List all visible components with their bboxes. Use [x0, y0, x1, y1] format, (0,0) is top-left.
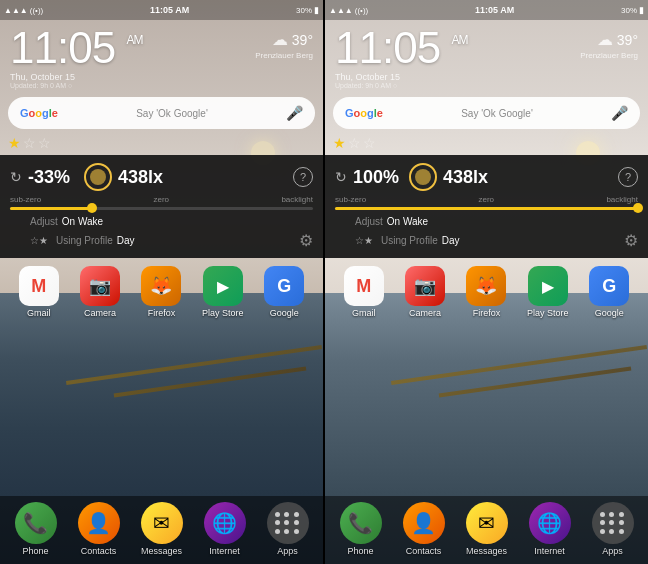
right-help-button[interactable]: ? [618, 167, 638, 187]
right-slider-labels: sub-zero zero backlight [335, 195, 638, 204]
right-widget-stars: ☆ ★ [355, 235, 373, 246]
left-contacts-label: Contacts [81, 546, 117, 556]
left-play-label: Play Store [202, 308, 244, 318]
right-messages-label: Messages [466, 546, 507, 556]
left-phone-icon: 📞 [15, 502, 57, 544]
left-brightness-widget: ↻ -33% 438lx ? sub-zero zero backlight A… [0, 155, 323, 258]
left-mic-icon[interactable]: 🎤 [286, 105, 303, 121]
right-app-play[interactable]: ▶ Play Store [522, 266, 574, 318]
signal-icon: ▲▲▲ [4, 6, 28, 15]
left-slider-thumb[interactable] [87, 203, 97, 213]
left-dock-apps[interactable]: Apps [262, 502, 314, 556]
right-mic-icon[interactable]: 🎤 [611, 105, 628, 121]
left-camera-icon: 📷 [80, 266, 120, 306]
wifi-icon: ((•)) [30, 6, 43, 15]
right-firefox-icon: 🦊 [466, 266, 506, 306]
right-camera-icon: 📷 [405, 266, 445, 306]
right-star-3: ☆ [363, 135, 376, 151]
left-phone-panel: ▲▲▲ ((•)) 11:05 AM 30% ▮ 11:05 AM ☁ 39° … [0, 0, 323, 564]
right-status-bar: ▲▲▲ ((•)) 11:05 AM 30% ▮ [325, 0, 648, 20]
right-google-label: Google [595, 308, 624, 318]
left-app-camera[interactable]: 📷 Camera [74, 266, 126, 318]
right-location: Prenzlauer Berg [580, 51, 638, 60]
left-widget-stars: ☆ ★ [30, 235, 48, 246]
right-update: Updated: 9h 0 AM ○ [335, 82, 638, 89]
right-search-bar[interactable]: Google Say 'Ok Google' 🎤 [333, 97, 640, 129]
right-slider-fill [335, 207, 638, 210]
right-apps-icon [592, 502, 634, 544]
left-apps-grid: M Gmail 📷 Camera 🦊 Firefox ▶ Play Store … [0, 260, 323, 324]
right-status-time: 11:05 AM [475, 5, 514, 15]
left-gear-icon[interactable]: ⚙ [299, 231, 313, 250]
right-brightness-widget: ↻ 100% 438lx ? sub-zero zero backlight A… [325, 155, 648, 258]
right-apps-grid: M Gmail 📷 Camera 🦊 Firefox ▶ Play Store … [325, 260, 648, 324]
right-gear-icon[interactable]: ⚙ [624, 231, 638, 250]
left-messages-icon: ✉ [141, 502, 183, 544]
right-camera-label: Camera [409, 308, 441, 318]
status-right-icons: 30% ▮ [296, 5, 319, 15]
left-lux-value: 438lx [118, 167, 287, 188]
right-firefox-label: Firefox [473, 308, 501, 318]
right-dock-phone[interactable]: 📞 Phone [335, 502, 387, 556]
right-dock-contacts[interactable]: 👤 Contacts [398, 502, 450, 556]
right-google-logo: Google [345, 107, 383, 119]
left-apps-label: Apps [277, 546, 298, 556]
right-battery-icon: ▮ [639, 5, 644, 15]
right-phone-panel: ▲▲▲ ((•)) 11:05 AM 30% ▮ 11:05 AM ☁ 39° … [325, 0, 648, 564]
right-app-camera[interactable]: 📷 Camera [399, 266, 451, 318]
right-dock-messages[interactable]: ✉ Messages [461, 502, 513, 556]
right-search-hint: Say 'Ok Google' [461, 108, 533, 119]
left-google-logo: Google [20, 107, 58, 119]
right-gmail-icon: M [344, 266, 384, 306]
right-app-gmail[interactable]: M Gmail [338, 266, 390, 318]
left-dock-messages[interactable]: ✉ Messages [136, 502, 188, 556]
left-messages-label: Messages [141, 546, 182, 556]
right-play-icon: ▶ [528, 266, 568, 306]
right-brightness-slider[interactable]: sub-zero zero backlight [335, 195, 638, 210]
left-app-gmail[interactable]: M Gmail [13, 266, 65, 318]
left-star-2: ☆ [23, 135, 36, 151]
left-star-3: ☆ [38, 135, 51, 151]
status-time: 11:05 AM [150, 5, 189, 15]
left-profile-row: ☆ ★ Using Profile Day ⚙ [10, 231, 313, 250]
right-gmail-label: Gmail [352, 308, 376, 318]
left-clock-widget: 11:05 AM ☁ 39° Prenzlauer Berg Thu, Octo… [0, 20, 323, 93]
right-slider-thumb[interactable] [633, 203, 643, 213]
right-lux-value: 438lx [443, 167, 612, 188]
right-status-left-icons: ▲▲▲ ((•)) [329, 6, 368, 15]
left-slider-fill [10, 207, 92, 210]
left-help-button[interactable]: ? [293, 167, 313, 187]
battery-icon: ▮ [314, 5, 319, 15]
right-app-firefox[interactable]: 🦊 Firefox [460, 266, 512, 318]
left-slider-track[interactable] [10, 207, 313, 210]
right-dock-internet[interactable]: 🌐 Internet [524, 502, 576, 556]
left-search-bar[interactable]: Google Say 'Ok Google' 🎤 [8, 97, 315, 129]
left-status-bar: ▲▲▲ ((•)) 11:05 AM 30% ▮ [0, 0, 323, 20]
left-firefox-label: Firefox [148, 308, 176, 318]
right-app-google[interactable]: G Google [583, 266, 635, 318]
battery-text: 30% [296, 6, 312, 15]
left-app-google[interactable]: G Google [258, 266, 310, 318]
left-dock-internet[interactable]: 🌐 Internet [199, 502, 251, 556]
left-update: Updated: 9h 0 AM ○ [10, 82, 313, 89]
left-refresh-icon[interactable]: ↻ [10, 169, 22, 185]
right-google-icon: G [589, 266, 629, 306]
right-refresh-icon[interactable]: ↻ [335, 169, 347, 185]
left-dock: 📞 Phone 👤 Contacts ✉ Messages 🌐 Internet [0, 496, 323, 564]
left-dock-contacts[interactable]: 👤 Contacts [73, 502, 125, 556]
right-brightness-value: 100% [353, 167, 403, 188]
right-play-label: Play Store [527, 308, 569, 318]
left-star-1: ★ [8, 135, 21, 151]
status-left-icons: ▲▲▲ ((•)) [4, 6, 43, 15]
right-slider-track[interactable] [335, 207, 638, 210]
left-internet-icon: 🌐 [204, 502, 246, 544]
left-gmail-label: Gmail [27, 308, 51, 318]
left-dock-phone[interactable]: 📞 Phone [10, 502, 62, 556]
left-brightness-slider[interactable]: sub-zero zero backlight [10, 195, 313, 210]
left-app-firefox[interactable]: 🦊 Firefox [135, 266, 187, 318]
left-app-play[interactable]: ▶ Play Store [197, 266, 249, 318]
right-status-right-icons: 30% ▮ [621, 5, 644, 15]
left-contacts-icon: 👤 [78, 502, 120, 544]
right-dock-apps[interactable]: Apps [587, 502, 639, 556]
left-stars-row: ★ ☆ ☆ [0, 133, 323, 153]
